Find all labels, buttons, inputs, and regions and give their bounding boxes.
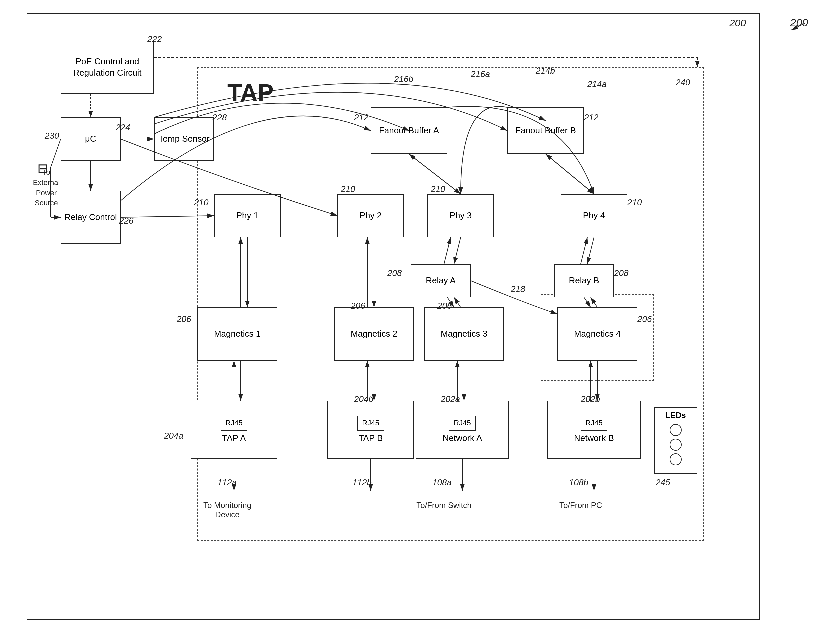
ref-214a: 214a <box>587 79 607 89</box>
relay-b-label: Relay B <box>569 275 599 286</box>
ref-212b: 212 <box>584 112 598 123</box>
mag2-label: Magnetics 2 <box>351 328 397 340</box>
svg-line-37 <box>51 139 61 167</box>
phy1-label: Phy 1 <box>236 210 259 221</box>
leds-box: LEDs <box>654 407 697 474</box>
fanout-a-label: Fanout Buffer A <box>379 125 439 136</box>
net-b-box: RJ45 Network B <box>547 401 641 459</box>
ref-240: 240 <box>676 77 690 88</box>
mag4-box: Magnetics 4 <box>557 307 637 361</box>
fanout-b-label: Fanout Buffer B <box>515 125 576 136</box>
ref-200: 200 <box>729 17 746 29</box>
tap-a-label: TAP A <box>222 432 246 444</box>
mag3-label: Magnetics 3 <box>441 328 487 340</box>
ref-228: 228 <box>212 112 227 123</box>
net-a-rj45: RJ45 <box>449 416 476 431</box>
uc-label: μC <box>85 133 96 145</box>
ref-216a: 216a <box>470 69 490 79</box>
phy2-box: Phy 2 <box>337 194 404 237</box>
ref-202b: 202b <box>581 394 600 404</box>
ref-222: 222 <box>147 34 162 44</box>
ref-208a: 208 <box>387 268 401 278</box>
ref-210c: 210 <box>431 184 445 194</box>
switch-label: To/From Switch <box>411 501 477 510</box>
mag1-label: Magnetics 1 <box>214 328 261 340</box>
ref-210b: 210 <box>341 184 355 194</box>
relay-b-box: Relay B <box>554 264 614 297</box>
tap-b-rj45: RJ45 <box>358 416 384 431</box>
phy2-label: Phy 2 <box>360 210 382 221</box>
poe-label: PoE Control and Regulation Circuit <box>61 56 153 79</box>
temp-sensor-box: Temp Sensor <box>154 118 214 161</box>
fanout-b-box: Fanout Buffer B <box>507 107 584 154</box>
led-3 <box>670 453 682 465</box>
ref-224: 224 <box>116 122 130 133</box>
temp-label: Temp Sensor <box>158 133 209 145</box>
mag1-box: Magnetics 1 <box>198 307 278 361</box>
ref-202a: 202a <box>441 394 460 404</box>
ref-245: 245 <box>656 477 670 488</box>
ref-216b: 216b <box>394 74 413 84</box>
ref-206d: 206 <box>637 314 652 324</box>
phy3-box: Phy 3 <box>427 194 494 237</box>
ref-212a: 212 <box>354 112 369 123</box>
poe-control-box: PoE Control and Regulation Circuit <box>61 41 154 94</box>
ref-204b: 204b <box>354 394 373 404</box>
relay-ctrl-label: Relay Control <box>64 212 117 223</box>
ref-200-arrow <box>785 13 811 33</box>
ref-210a: 210 <box>194 197 209 208</box>
svg-line-40 <box>791 24 804 30</box>
ref-226: 226 <box>119 216 133 226</box>
external-power-label: ToExternalPowerSource <box>28 167 65 208</box>
led-2 <box>670 439 682 451</box>
ref-112a: 112a <box>217 477 237 488</box>
relay-a-box: Relay A <box>411 264 470 297</box>
tap-a-box: RJ45 TAP A <box>191 401 278 459</box>
monitor-label: To Monitoring Device <box>194 501 261 519</box>
ref-108a: 108a <box>432 477 452 488</box>
ref-204a: 204a <box>164 431 183 441</box>
mag3-box: Magnetics 3 <box>424 307 504 361</box>
ref-206a: 206 <box>177 314 191 324</box>
pc-label: To/From PC <box>547 501 614 510</box>
tap-b-label: TAP B <box>359 432 383 444</box>
ref-230: 230 <box>45 131 59 141</box>
ref-210d: 210 <box>627 197 642 208</box>
phy3-label: Phy 3 <box>450 210 472 221</box>
tap-b-box: RJ45 TAP B <box>327 401 414 459</box>
relay-a-label: Relay A <box>426 275 456 286</box>
ref-208b: 208 <box>614 268 628 278</box>
phy4-box: Phy 4 <box>561 194 627 237</box>
net-b-label: Network B <box>574 432 614 444</box>
tap-a-rj45: RJ45 <box>221 416 247 431</box>
net-a-box: RJ45 Network A <box>416 401 509 459</box>
fanout-a-box: Fanout Buffer A <box>371 107 447 154</box>
ref-206b: 206 <box>351 301 365 311</box>
leds-label: LEDs <box>665 411 686 420</box>
phy4-label: Phy 4 <box>583 210 605 221</box>
ref-112b: 112b <box>352 477 372 488</box>
ref-214b: 214b <box>536 66 555 76</box>
mag2-box: Magnetics 2 <box>334 307 414 361</box>
ref-206c: 206 <box>438 301 452 311</box>
diagram-container: 200 TAP PoE Control and Regulation Circu… <box>27 13 760 620</box>
relay-control-box: Relay Control <box>61 191 121 244</box>
mag4-label: Magnetics 4 <box>574 328 621 340</box>
uc-box: μC <box>61 118 121 161</box>
phy1-box: Phy 1 <box>214 194 281 237</box>
ref-108b: 108b <box>569 477 588 488</box>
led-1 <box>670 424 682 436</box>
net-b-rj45: RJ45 <box>581 416 607 431</box>
net-a-label: Network A <box>443 432 482 444</box>
ref-218: 218 <box>511 284 525 295</box>
